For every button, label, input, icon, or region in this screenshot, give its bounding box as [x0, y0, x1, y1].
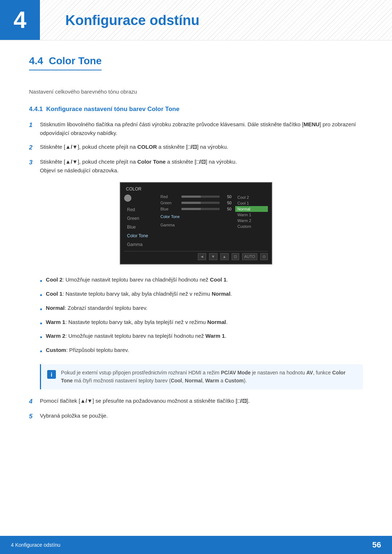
slider-blue: Blue 50	[160, 207, 232, 211]
gamma-row: Gamma	[160, 221, 232, 228]
section-44-subtitle: Nastavení celkového barevného tónu obraz…	[29, 89, 363, 95]
step-5: 5 Vybraná položka se použije.	[29, 411, 363, 421]
icon-auto: AUTO	[242, 253, 257, 260]
page-container: 4 Konfigurace odstínu 4.4 Color Tone Nas…	[0, 0, 392, 554]
steps-list-45: 4 Pomocí tlačítek [▲/▼] se přesuňte na p…	[29, 397, 363, 421]
page-footer: 4 Konfigurace odstínu 56	[0, 536, 392, 554]
slider-bar-blue	[181, 208, 220, 210]
color-tone-row: Color Tone	[160, 213, 232, 219]
step-3: 3 Stiskněte [▲/▼], pokud chcete přejít n…	[29, 157, 363, 175]
slider-fill-blue	[181, 208, 201, 210]
menu-item-blue: Blue	[124, 223, 157, 231]
section-441-title: 4.4.1 Konfigurace nastavení tónu barev C…	[29, 106, 363, 113]
monitor-sliders: Red 50 Green 50	[160, 194, 232, 248]
section-44: 4.4 Color Tone Nastavení celkového barev…	[0, 55, 392, 421]
icon-exit: ⊙	[260, 253, 268, 260]
bullet-cool2: • Cool 2: Umožňuje nastavit teplotu bare…	[40, 275, 363, 287]
icon-left: ◄	[198, 253, 206, 260]
monitor-menu-items: Red Green Blue Color Tone Gamma	[124, 194, 160, 248]
monitor-screen: COLOR Red Green Blue Color Tone Gamma	[120, 182, 272, 264]
bullet-list: • Cool 2: Umožňuje nastavit teplotu bare…	[40, 275, 363, 357]
note-box: i Pokud je externí vstup připojen prostř…	[40, 364, 363, 389]
slider-bar-red	[181, 196, 220, 198]
footer-left-text: 4 Konfigurace odstínu	[11, 542, 60, 548]
monitor-dropdown: Cool 2 Cool 1 Normal Warm 1 Warm 2 Custo…	[235, 194, 268, 248]
section-44-title: 4.4 Color Tone	[29, 55, 102, 70]
monitor-menu: Red Green Blue Color Tone Gamma Red	[124, 194, 268, 248]
steps-list: 1 Stisknutím libovolného tlačítka na pře…	[29, 120, 363, 175]
svg-text:i: i	[51, 372, 52, 378]
chapter-title: Konfigurace odstínu	[65, 13, 199, 28]
bullet-warm2: • Warm 2: Umožňuje nastavit teplotu bare…	[40, 332, 363, 343]
bullet-warm1: • Warm 1: Nastavte teplotu barvy tak, ab…	[40, 318, 363, 329]
bullet-cool1: • Cool 1: Nastavte teplotu barvy tak, ab…	[40, 290, 363, 301]
monitor-image-wrapper: COLOR Red Green Blue Color Tone Gamma	[29, 182, 363, 264]
footer-page-number: 56	[372, 540, 381, 550]
dropdown-normal: Normal	[235, 206, 268, 212]
dropdown-warm1: Warm 1	[235, 212, 268, 218]
slider-red: Red 50	[160, 194, 232, 199]
chapter-number: 4	[0, 0, 40, 40]
menu-item-colortone: Color Tone	[124, 232, 157, 239]
dropdown-warm2: Warm 2	[235, 218, 268, 223]
monitor-icon	[124, 194, 131, 202]
icon-enter: ⊡	[232, 253, 239, 260]
icon-up: ▲	[220, 253, 229, 260]
monitor-bottom-bar: ◄ ▼ ▲ ⊡ AUTO ⊙	[124, 251, 268, 260]
slider-green: Green 50	[160, 201, 232, 205]
step-2: 2 Stiskněte [▲/▼], pokud chcete přejít n…	[29, 143, 363, 152]
icon-down: ▼	[209, 253, 217, 260]
slider-fill-red	[181, 196, 201, 198]
note-icon: i	[46, 369, 57, 382]
bullet-custom: • Custom: Přizpůsobí teplotu barev.	[40, 346, 363, 357]
menu-item-green: Green	[124, 215, 157, 222]
note-text: Pokud je externí vstup připojen prostřed…	[61, 369, 358, 385]
dropdown-custom: Custom	[235, 223, 268, 229]
slider-bar-green	[181, 202, 220, 204]
menu-item-gamma: Gamma	[124, 241, 157, 248]
menu-item-red: Red	[124, 206, 157, 213]
note-svg-icon: i	[46, 369, 57, 379]
chapter-header: 4 Konfigurace odstínu	[0, 0, 392, 41]
monitor-header-label: COLOR	[124, 186, 268, 192]
dropdown-cool1: Cool 1	[235, 200, 268, 206]
dropdown-cool2: Cool 2	[235, 194, 268, 200]
step-1: 1 Stisknutím libovolného tlačítka na pře…	[29, 120, 363, 138]
step-4: 4 Pomocí tlačítek [▲/▼] se přesuňte na p…	[29, 397, 363, 406]
bullet-normal: • Normal: Zobrazí standardní teplotu bar…	[40, 304, 363, 315]
slider-fill-green	[181, 202, 201, 204]
